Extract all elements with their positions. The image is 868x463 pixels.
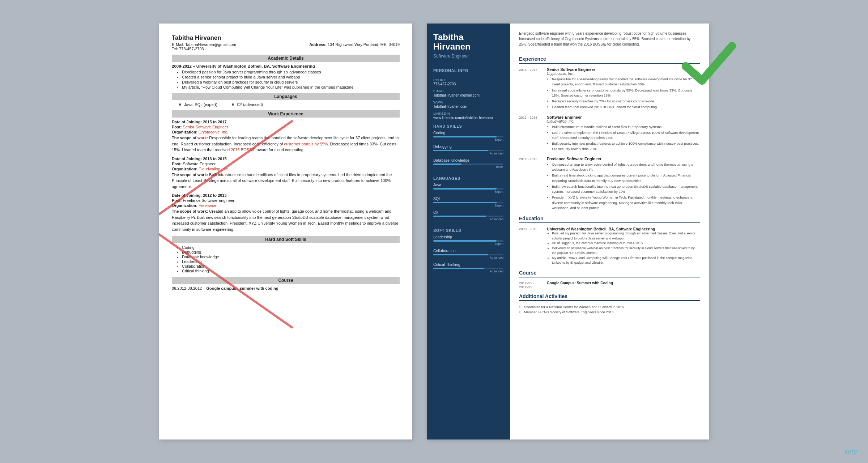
exp-title: Senior Software Engineer	[547, 67, 700, 72]
exp-entry: 2015 - 2017 Senior Software Engineer Cry…	[519, 67, 700, 111]
course-entry: 06.2012-08.2012 – Google campus : summer…	[172, 286, 400, 290]
exp-bullets: Built infrastructure to handle millions …	[552, 124, 700, 152]
skill-critical: Critical thinking	[182, 269, 400, 273]
skill-name: SQL	[433, 196, 503, 201]
skill-level: Advanced	[433, 256, 503, 259]
languages-title: Languages	[427, 172, 510, 183]
skill-block: Database Knowledge Basic	[427, 158, 510, 169]
edu-dates: 2008 - 2012	[519, 227, 542, 266]
course-name: Google Campus: Summer with Coding	[547, 281, 613, 289]
skill-bar-fill	[433, 240, 497, 242]
exp-bullet: Responsible for spearheading teams that …	[552, 77, 700, 87]
sidebar-last-name: Hirvanen	[433, 42, 503, 51]
work-org-1: Organization: Cryptoconic, Inc.	[172, 130, 400, 134]
hard-skills-container: Coding Expert Debugging Advanced Databas…	[427, 131, 510, 169]
work-dates-2: Date of Joining: 2013 to 2015	[172, 157, 400, 161]
sidebar-first-name: Tabitha	[433, 33, 503, 42]
right-sidebar: Tabitha Hirvanen Software Engineer Perso…	[427, 24, 510, 439]
skill-name: C#	[433, 210, 503, 214]
lang-name: Java, SQL (expert)	[184, 102, 217, 107]
email-value: TabithaHirvanen@gmail.com	[433, 93, 503, 97]
work-entry-2: Date of Joining: 2013 to 2015 Post: Soft…	[172, 157, 400, 190]
academic-section-header: Academic Details	[172, 55, 400, 62]
skill-bar-fill	[433, 150, 488, 151]
skill-level: Expert	[433, 242, 503, 246]
education-header: Education	[519, 216, 700, 223]
phone-label: Phone	[433, 78, 503, 82]
work-post-3: Post: Freelance Software Engineer	[172, 198, 400, 203]
languages-row: Java, SQL (expert) C# (advanced)	[172, 102, 400, 107]
exp-bullet: Built security into new product features…	[552, 141, 700, 152]
left-contact-left: E-Mail: TabithaHirvanen@gmail.com Tel: 7…	[172, 42, 236, 51]
skill-level: Expert	[433, 190, 503, 194]
lang-item-java: Java, SQL (expert)	[179, 102, 217, 107]
phone-value: 773-457-2703	[433, 82, 503, 86]
skill-bar-fill	[433, 202, 497, 203]
work-section-header: Work Experience	[172, 110, 400, 118]
skill-bar-bg	[433, 254, 503, 255]
linkedin-label: LinkedIn	[433, 111, 503, 115]
work-post-1: Post: Senior Software Engineer	[172, 125, 400, 129]
edu-bullet: Delivered an actionable webinar on best …	[552, 246, 700, 256]
work-org-2: Organization: Cloudwallop, Inc.	[172, 167, 400, 171]
email-value: TabithaHirvanen@gmail.com	[185, 42, 236, 47]
sidebar-title: Software Engineer	[433, 54, 503, 59]
skill-bar-bg	[433, 240, 503, 242]
exp-company: Cryptoconic, Inc.	[547, 72, 700, 76]
skill-block: Debugging Advanced	[427, 144, 510, 155]
exp-entry: 2012 - 2013 Freelance Software Engineer …	[519, 157, 700, 211]
skill-level: Expert	[433, 204, 503, 207]
exp-body: Freelance Software Engineer Composed an …	[547, 157, 700, 211]
exp-body: Senior Software Engineer Cryptoconic, In…	[547, 67, 700, 111]
exp-dates: 2015 - 2017	[519, 67, 542, 111]
skill-bar-fill	[433, 268, 484, 269]
edu-bullet: Pursued my passion for Java server progr…	[552, 231, 700, 241]
skill-block: Coding Expert	[427, 131, 510, 141]
lang-bullet	[179, 103, 181, 106]
course-header: Course	[519, 270, 700, 277]
skill-bar-bg	[433, 163, 503, 165]
sidebar-name-block: Tabitha Hirvanen Software Engineer	[427, 24, 510, 64]
address-label: Address:	[309, 42, 327, 47]
skill-level: Advanced	[433, 152, 503, 155]
exp-title: Freelance Software Engineer	[547, 157, 700, 161]
left-name: Tabitha Hirvanen	[172, 34, 400, 42]
skill-name: Debugging	[433, 144, 503, 149]
lang-name: C# (advanced)	[237, 102, 263, 107]
skill-name: Collaboration	[433, 249, 503, 253]
exp-bullet: Composed an app to allow voice control o…	[552, 162, 700, 173]
exp-body: Software Engineer Cloudwallop, Inc. Buil…	[547, 115, 700, 152]
course-value: 06.2012-08.2012 – Google campus : summer…	[172, 286, 278, 290]
exp-title: Software Engineer	[547, 115, 700, 119]
work-desc-1: The scope of work: Responsible for leadi…	[172, 135, 400, 153]
academic-details: 2008-2012 – University of Washington Bot…	[172, 64, 400, 89]
exp-dates: 2013 - 2015	[519, 115, 542, 152]
edu-bullet: My article, "How Cloud Computing Will Ch…	[552, 256, 700, 266]
work-entry-1: Date of Joining: 2015 to 2017 Post: Seni…	[172, 120, 400, 153]
tel-value: 773-457-2703	[179, 47, 204, 51]
skill-bar-fill	[433, 254, 488, 255]
skill-collaboration: Collaboration	[182, 264, 400, 268]
lang-skills-container: Java Expert SQL Expert C# Advanced	[427, 183, 510, 221]
exp-bullet: President, XYZ University Young Women in…	[552, 195, 700, 211]
academic-bullet: Developed passion for Java server progra…	[182, 70, 400, 74]
skill-bar-bg	[433, 216, 503, 217]
exp-bullets: Responsible for spearheading teams that …	[552, 77, 700, 110]
exp-bullet: Built a real time stock picking app that…	[552, 173, 700, 183]
education-container: 2008 - 2012 University of Washington Bot…	[519, 227, 700, 266]
experience-container: 2015 - 2017 Senior Software Engineer Cry…	[519, 67, 700, 211]
left-contact-row: E-Mail: TabithaHirvanen@gmail.com Tel: 7…	[172, 42, 400, 51]
skill-bar-fill	[433, 216, 486, 217]
hard-skills-title: Hard Skills	[427, 120, 510, 131]
activities-list: Shortlisted for a National Center for Wo…	[524, 305, 700, 315]
skill-name: Coding	[433, 131, 503, 135]
skill-bar-bg	[433, 150, 503, 151]
address-value: 134 Rightward Way Portland, ME, 04019	[328, 42, 400, 47]
skill-bar-fill	[433, 136, 497, 137]
activities-header: Additional Activities	[519, 293, 700, 301]
tel-label: Tel:	[172, 47, 178, 51]
skill-level: Advanced	[433, 217, 503, 221]
skill-name: Critical Thinking	[433, 262, 503, 267]
activity-item: Shortlisted for a National Center for Wo…	[524, 305, 700, 310]
exp-company: Cloudwallop, Inc.	[547, 119, 700, 123]
